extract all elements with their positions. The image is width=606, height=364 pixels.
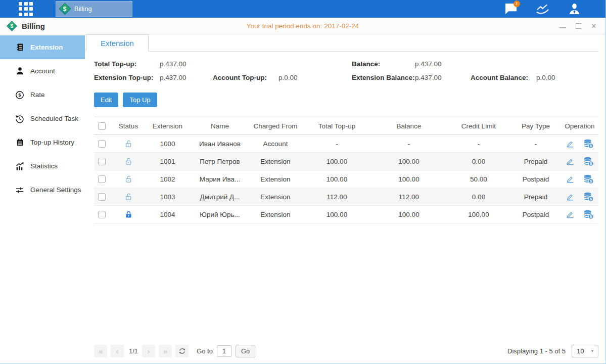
table-row: 1001Петр ПетровExtension100.00100.000.00… — [94, 153, 598, 170]
general-settings-icon — [15, 186, 24, 195]
rate-icon: $ — [15, 90, 24, 100]
first-page-button[interactable]: « — [94, 345, 107, 357]
content-area: Extension Total Top-up: p.437.00 Balance… — [85, 34, 605, 363]
total-topup-value: p.437.00 — [160, 60, 213, 68]
taskbar-billing-tab[interactable]: $ Billing — [56, 1, 132, 17]
charged-from-cell: Account — [248, 135, 303, 153]
chat-icon[interactable]: ! — [504, 3, 518, 15]
total-topup-cell: 100.00 — [303, 206, 371, 223]
svg-text:$: $ — [590, 144, 592, 148]
close-button[interactable]: ✕ — [590, 22, 597, 29]
sidebar: Extension Account $ Rate Scheduled Task … — [0, 34, 85, 363]
sidebar-item-statistics[interactable]: Statistics — [0, 154, 85, 178]
sidebar-item-label: Statistics — [30, 162, 58, 170]
top-up-button[interactable]: Top Up — [123, 93, 157, 107]
table-row: 1000Иван ИвановAccount---- $ — [94, 135, 598, 153]
page-size-select[interactable]: 10 ▼ — [572, 345, 598, 357]
row-checkbox[interactable] — [98, 140, 106, 148]
name-cell: Петр Петров — [192, 153, 248, 170]
sidebar-item-general-settings[interactable]: General Settings — [0, 178, 85, 202]
prev-page-button[interactable]: ‹ — [111, 345, 124, 357]
maximize-button[interactable] — [575, 22, 582, 29]
tabstrip: Extension — [86, 34, 598, 52]
top-up-icon[interactable]: $ — [583, 157, 594, 166]
sidebar-item-rate[interactable]: $ Rate — [0, 83, 85, 107]
sidebar-item-top-up-history[interactable]: Top-up History — [0, 130, 85, 154]
total-topup-label: Total Top-up: — [94, 60, 160, 68]
billing-window-icon: $ — [7, 20, 17, 31]
balance-label: Balance: — [352, 60, 415, 68]
refresh-icon — [178, 347, 186, 355]
lock-open-icon[interactable] — [124, 157, 133, 166]
sidebar-item-account[interactable]: Account — [0, 59, 85, 83]
row-checkbox[interactable] — [98, 175, 106, 183]
column-header-total-top-up: Total Top-up — [303, 117, 371, 135]
refresh-button[interactable] — [175, 345, 189, 357]
extension-cell: 1001 — [144, 153, 192, 170]
top-up-icon[interactable]: $ — [583, 192, 594, 202]
table-body: 1000Иван ИвановAccount---- $1001Петр Пет… — [94, 135, 598, 223]
balance-cell: 100.00 — [371, 170, 447, 188]
name-cell: Дмитрий Д... — [192, 188, 248, 206]
edit-icon[interactable] — [566, 139, 575, 148]
top-up-icon[interactable]: $ — [583, 210, 594, 219]
edit-button[interactable]: Edit — [94, 93, 118, 107]
extension-cell: 1004 — [144, 206, 192, 223]
lock-open-icon[interactable] — [124, 140, 133, 148]
edit-icon[interactable] — [566, 157, 575, 166]
topup-history-icon — [15, 138, 24, 147]
credit-limit-cell: 0.00 — [447, 188, 510, 206]
account-balance-label: Account Balance: — [471, 74, 536, 81]
minimize-button[interactable] — [559, 22, 566, 29]
app-grid-icon[interactable] — [19, 2, 33, 16]
goto-page-input[interactable] — [217, 345, 231, 357]
edit-icon[interactable] — [566, 192, 575, 201]
svg-text:$: $ — [590, 197, 592, 201]
billing-app-icon: $ — [59, 3, 71, 15]
tab-extension[interactable]: Extension — [86, 34, 149, 52]
statistics-icon — [15, 162, 24, 171]
go-button[interactable]: Go — [236, 345, 255, 357]
total-topup-cell: 100.00 — [303, 170, 371, 188]
account-topup-value: p.0.00 — [278, 74, 352, 81]
column-header-name: Name — [192, 117, 248, 135]
sidebar-item-label: Account — [30, 67, 55, 75]
pay-type-cell: Prepaid — [510, 153, 561, 170]
last-page-button[interactable]: » — [159, 345, 172, 357]
edit-icon[interactable] — [566, 174, 575, 184]
sidebar-item-scheduled-task[interactable]: Scheduled Task — [0, 107, 85, 130]
account-topup-label: Account Top-up: — [213, 74, 278, 81]
top-up-icon[interactable]: $ — [583, 174, 594, 184]
pay-type-cell: Postpaid — [510, 170, 561, 188]
top-up-icon[interactable]: $ — [583, 139, 594, 149]
column-header-extension: Extension — [144, 117, 192, 135]
credit-limit-cell: - — [447, 135, 510, 153]
account-balance-value: p.0.00 — [536, 74, 598, 81]
next-page-button[interactable]: › — [142, 345, 155, 357]
svg-text:$: $ — [590, 161, 592, 166]
pay-type-cell: - — [510, 135, 561, 153]
row-checkbox[interactable] — [98, 211, 106, 218]
window-title: Billing — [22, 22, 45, 30]
total-topup-cell: 112.00 — [303, 188, 371, 206]
extension-balance-value: p.437.00 — [415, 74, 471, 81]
extension-topup-label: Extension Top-up: — [94, 74, 160, 81]
sidebar-item-label: Extension — [30, 43, 63, 51]
extension-cell: 1002 — [144, 170, 192, 188]
edit-icon[interactable] — [566, 210, 575, 219]
row-checkbox[interactable] — [98, 158, 106, 165]
chart-icon[interactable] — [536, 3, 549, 15]
extension-icon — [15, 43, 24, 52]
charged-from-cell: Extension — [248, 188, 303, 206]
sidebar-item-extension[interactable]: Extension — [0, 35, 85, 59]
user-icon[interactable] — [568, 3, 581, 15]
lock-open-icon[interactable] — [124, 193, 133, 201]
lock-open-icon[interactable] — [124, 175, 133, 184]
lock-closed-icon[interactable] — [124, 210, 133, 219]
sidebar-item-label: Scheduled Task — [30, 115, 78, 122]
row-checkbox[interactable] — [98, 193, 106, 201]
total-topup-cell: 100.00 — [303, 153, 371, 170]
select-all-checkbox[interactable] — [98, 122, 106, 130]
billing-window: $ Billing ! $ — [0, 0, 606, 364]
window-titlebar: $ Billing Your trial period ends on: 201… — [0, 18, 605, 34]
